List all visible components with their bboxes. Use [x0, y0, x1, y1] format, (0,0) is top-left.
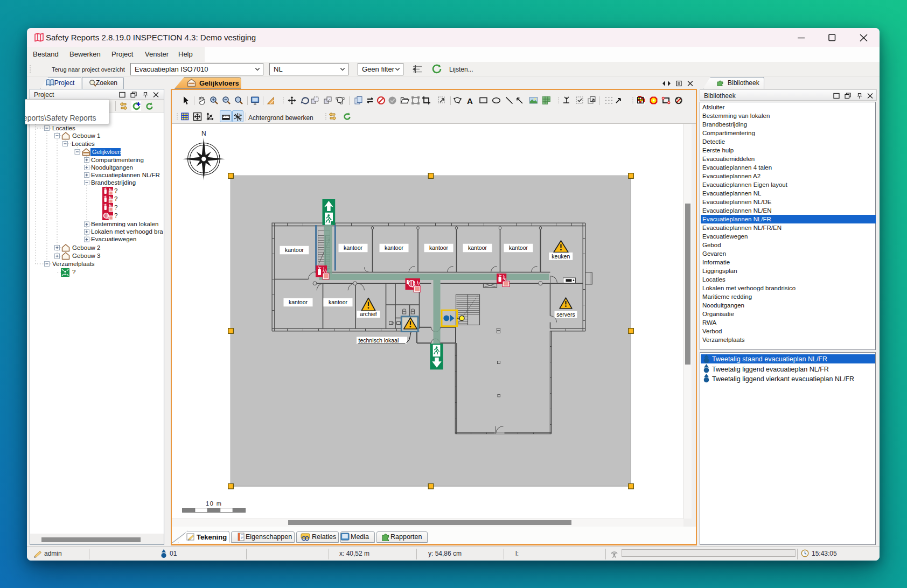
- svg-text:kantoor: kantoor: [429, 244, 448, 251]
- svg-text:kantoor: kantoor: [508, 244, 528, 251]
- svg-text:N: N: [239, 113, 241, 116]
- svg-text:technisch lokaal: technisch lokaal: [358, 337, 399, 344]
- svg-text:N: N: [201, 129, 206, 137]
- svg-text:archief: archief: [360, 311, 377, 317]
- svg-text:keuken: keuken: [552, 253, 570, 259]
- svg-text:kantoor: kantoor: [284, 247, 304, 253]
- svg-text:kantoor: kantoor: [384, 244, 403, 251]
- svg-text:10 m: 10 m: [206, 500, 222, 506]
- svg-text:kantoor: kantoor: [328, 299, 347, 305]
- svg-text:kantoor: kantoor: [343, 244, 362, 251]
- svg-text:kantoor: kantoor: [468, 244, 487, 251]
- svg-text:kantoor: kantoor: [288, 299, 308, 305]
- svg-text:servers: servers: [556, 311, 575, 317]
